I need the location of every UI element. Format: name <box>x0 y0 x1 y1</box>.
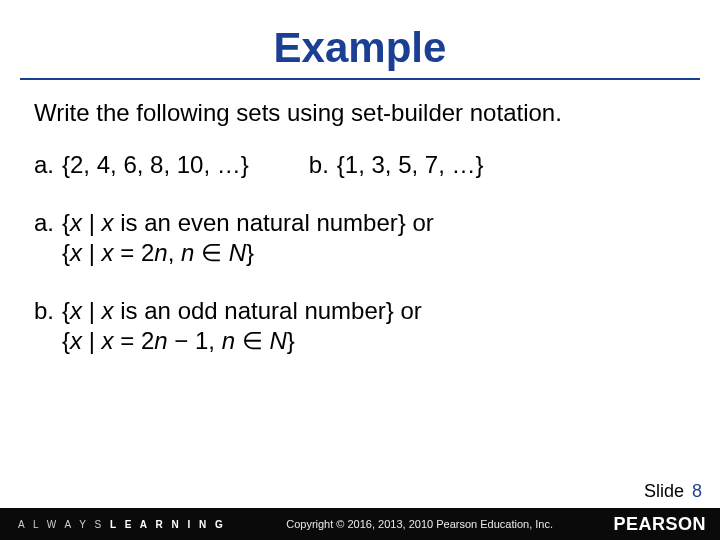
var-x: x <box>70 327 82 354</box>
var-n: n <box>222 327 235 354</box>
set-N: N <box>269 327 286 354</box>
pipe: | <box>82 239 102 266</box>
title-area: Example <box>0 0 720 72</box>
text: = 2 <box>114 239 155 266</box>
slide-number: Slide8 <box>644 481 702 502</box>
copyright-text: Copyright © 2016, 2013, 2010 Pearson Edu… <box>226 518 614 530</box>
answer-b-line2: {x | x = 2n − 1, n ∈ N} <box>62 326 422 356</box>
brace-open: { <box>62 297 70 324</box>
brace-open: { <box>62 327 70 354</box>
slide-number-value: 8 <box>692 481 702 501</box>
text: is an even natural number} or <box>114 209 434 236</box>
pipe: | <box>82 209 102 236</box>
answer-b-text: {x | x is an odd natural number} or {x |… <box>62 296 422 356</box>
label-b: b. <box>309 150 337 180</box>
question-b-text: {1, 3, 5, 7, …} <box>337 150 484 180</box>
question-row: a. {2, 4, 6, 8, 10, …} b. {1, 3, 5, 7, …… <box>34 150 690 180</box>
question-a-text: {2, 4, 6, 8, 10, …} <box>62 150 249 180</box>
var-n: n <box>181 239 194 266</box>
label-a: a. <box>34 150 62 180</box>
slide-title: Example <box>274 24 447 72</box>
answer-a-line1: {x | x is an even natural number} or <box>62 208 434 238</box>
element-of: ∈ <box>235 327 269 354</box>
footer-bar: A L W A Y S L E A R N I N G Copyright © … <box>0 508 720 540</box>
text: = 2 <box>114 327 155 354</box>
set-N: N <box>229 239 246 266</box>
pearson-logo: PEARSON <box>613 514 720 535</box>
answer-a-label: a. <box>34 208 62 268</box>
brace-open: { <box>62 239 70 266</box>
answer-b: b. {x | x is an odd natural number} or {… <box>34 296 690 356</box>
element-of: ∈ <box>194 239 228 266</box>
slide-label: Slide <box>644 481 684 501</box>
answer-a: a. {x | x is an even natural number} or … <box>34 208 690 268</box>
answer-b-line1: {x | x is an odd natural number} or <box>62 296 422 326</box>
answer-a-text: {x | x is an even natural number} or {x … <box>62 208 434 268</box>
var-x: x <box>70 297 82 324</box>
answer-b-label: b. <box>34 296 62 356</box>
question-b: b. {1, 3, 5, 7, …} <box>309 150 484 180</box>
var-n: n <box>154 327 167 354</box>
slide-body: Write the following sets using set-build… <box>0 80 720 356</box>
slide: Example Write the following sets using s… <box>0 0 720 540</box>
brace-close: } <box>246 239 254 266</box>
intro-text: Write the following sets using set-build… <box>34 98 690 128</box>
brace-close: } <box>287 327 295 354</box>
text: is an odd natural number} or <box>114 297 422 324</box>
question-a: a. {2, 4, 6, 8, 10, …} <box>34 150 249 180</box>
brace-open: { <box>62 209 70 236</box>
var-x: x <box>70 239 82 266</box>
text: − 1, <box>168 327 222 354</box>
var-x: x <box>102 297 114 324</box>
always-text: A L W A Y S <box>18 519 110 530</box>
learning-text: L E A R N I N G <box>110 519 226 530</box>
var-x: x <box>70 209 82 236</box>
var-x: x <box>102 327 114 354</box>
pipe: | <box>82 297 102 324</box>
var-n: n <box>154 239 167 266</box>
var-x: x <box>102 209 114 236</box>
answer-a-line2: {x | x = 2n, n ∈ N} <box>62 238 434 268</box>
pipe: | <box>82 327 102 354</box>
always-learning: A L W A Y S L E A R N I N G <box>0 519 226 530</box>
var-x: x <box>102 239 114 266</box>
text: , <box>168 239 181 266</box>
